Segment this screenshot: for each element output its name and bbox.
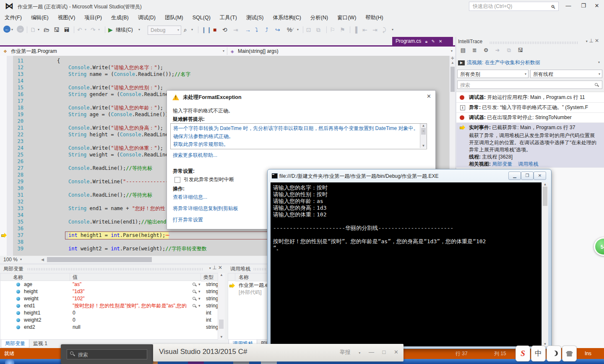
open-file-button[interactable]: 🗁: [44, 26, 49, 34]
scrollbar-splitter-icon[interactable]: ✛: [450, 56, 456, 61]
find-dropdown[interactable]: ▾: [191, 26, 193, 34]
locals-tab-active[interactable]: 局部变量: [1, 340, 29, 348]
toolbar-overflow-dropdown[interactable]: ▾: [392, 26, 393, 34]
player-minimize-icon[interactable]: —: [369, 349, 374, 355]
stream-video-link[interactable]: 流视频: 在生产中收集和分析数据: [467, 60, 540, 65]
thread-filter-select[interactable]: 所有线程▾: [530, 70, 602, 78]
code-line[interactable]: 14: [0, 78, 449, 84]
stream-dropdown-icon[interactable]: ▾: [598, 58, 600, 67]
run-to-cursor-button[interactable]: ↪: [275, 26, 280, 34]
intellitrace-panel-buttons[interactable]: ▾ ⊥ ✕: [586, 38, 599, 44]
event-prev-button[interactable]: ⇤: [362, 26, 367, 34]
dialog-close-icon[interactable]: ✕: [427, 93, 431, 99]
menu-item[interactable]: 视图(V): [53, 13, 80, 23]
troubleshooting-tip-link[interactable]: 将一个字符串转换为 DateTime 时，先分析该字符串以获取日期，然后再将每个…: [173, 125, 418, 133]
navigate-back-dropdown[interactable]: ▾: [11, 26, 13, 34]
ime-skin-button[interactable]: [562, 346, 577, 361]
console-close-button[interactable]: ✕: [534, 172, 546, 180]
stop-button[interactable]: ■: [213, 26, 216, 34]
code-line[interactable]: 12Console.Write("请输入您的名字：");: [0, 64, 449, 71]
exception-action-link[interactable]: 将异常详细信息复制到剪贴板: [173, 205, 238, 212]
pause-button[interactable]: ❙❙: [201, 26, 212, 34]
console-window[interactable]: file:///D:/新建文件夹/作业第一题/作业第一题/bin/Debug/作…: [267, 169, 552, 349]
intellitrace-event-row[interactable]: 实时事件: 已截获异常: Main，Program.cs 行 37截获了异常，调…: [456, 123, 604, 168]
magnifier-dropdown-icon[interactable]: ▾: [198, 295, 200, 302]
menu-item[interactable]: SQL(Q): [188, 13, 215, 23]
zoom-dropdown-icon[interactable]: ▾: [20, 256, 22, 263]
related-view-link[interactable]: 调用堆栈: [518, 161, 538, 167]
locals-row[interactable]: weight20int: [0, 317, 218, 324]
solution-config-select[interactable]: Debug ▾: [148, 26, 181, 35]
step-out-button[interactable]: ⤴: [265, 26, 268, 34]
category-filter-select[interactable]: 所有类别▾: [457, 70, 528, 78]
menu-item[interactable]: 窗口(W): [333, 13, 361, 23]
menu-item[interactable]: 测试(S): [242, 13, 268, 23]
locals-row[interactable]: end1"按时您好！您的性别是"按时", 您的年龄是"as",您的▾string: [0, 302, 218, 309]
redo-dropdown[interactable]: ▾: [98, 26, 100, 34]
tab-program-cs[interactable]: Program.cs 🔒︎ ✎ ✕: [392, 37, 453, 45]
flag-button[interactable]: ⚐: [330, 26, 335, 34]
troubleshooting-tip-link[interactable]: 获取此异常的常规帮助。: [173, 140, 229, 148]
intellitrace-search-input[interactable]: 搜索: [457, 81, 602, 89]
menu-item[interactable]: 体系结构(C): [268, 13, 305, 23]
calls-view-icon[interactable]: ≣: [469, 47, 479, 53]
restart-button[interactable]: ⟲: [222, 26, 227, 34]
locals-tab-inactive[interactable]: 监视 1: [29, 340, 51, 348]
save-button[interactable]: 🖫︎: [54, 26, 60, 34]
close-button[interactable]: ✕: [591, 3, 603, 9]
scroll-up-icon[interactable]: ▲: [450, 61, 456, 65]
report-dropdown-icon[interactable]: ▾: [359, 351, 360, 355]
player-maximize-icon[interactable]: □: [383, 349, 386, 355]
minimize-button[interactable]: —: [562, 3, 575, 9]
menu-item[interactable]: 分析(N): [306, 13, 333, 23]
continue-dropdown[interactable]: ▾: [138, 26, 140, 34]
unflag-button[interactable]: ⚑: [340, 26, 345, 34]
related-view-link[interactable]: 局部变量: [492, 161, 512, 167]
zoom-level-select[interactable]: 100 %: [3, 256, 18, 263]
hscroll-left-icon[interactable]: ◀: [41, 256, 44, 263]
save-all-button[interactable]: 🖬: [64, 26, 70, 34]
step-into-button[interactable]: ⤵: [255, 26, 258, 34]
menu-item[interactable]: 团队(M): [160, 13, 188, 23]
locals-col-value[interactable]: 值: [70, 273, 201, 281]
menu-item[interactable]: 生成(B): [107, 13, 133, 23]
event-next-button[interactable]: ⇥: [372, 26, 378, 34]
settings-gear-icon[interactable]: ⚙: [481, 47, 491, 53]
continue-icon[interactable]: ▶: [108, 26, 113, 34]
locals-scrollbar[interactable]: ▲▼: [218, 273, 225, 340]
code-line[interactable]: 11{: [0, 57, 449, 64]
menu-item[interactable]: 文件(F): [0, 13, 26, 23]
event-last-button[interactable]: ⤸: [383, 26, 386, 34]
hex-toggle-button[interactable]: %∕: [287, 26, 293, 34]
menu-item[interactable]: 帮助(H): [361, 13, 388, 23]
overlay-search-input[interactable]: 搜索: [67, 349, 147, 359]
breakpoints-window-button[interactable]: ⊡: [306, 26, 311, 34]
undo-button[interactable]: ↶: [77, 26, 82, 34]
save-log-icon[interactable]: 🖫︎: [515, 47, 526, 53]
events-view-icon[interactable]: ▤: [458, 47, 468, 53]
player-close-icon[interactable]: ✕: [394, 349, 398, 355]
intellitrace-event-row[interactable]: 调试器: 开始运行应用程序: Main，Program.cs 行 11: [456, 93, 604, 103]
console-restore-button[interactable]: ❐: [521, 172, 534, 180]
navigate-back-button[interactable]: ←: [3, 26, 10, 33]
new-item-button[interactable]: 🗋: [30, 26, 36, 34]
frame-prev-button[interactable]: ▐: [353, 26, 357, 34]
ime-night-mode-button[interactable]: [547, 346, 561, 361]
show-next-statement-button[interactable]: ⇥: [233, 26, 238, 34]
intellitrace-event-row[interactable]: 调试器: 已在出现异常时停止: StringToNumber: [456, 113, 604, 123]
find-in-files-icon[interactable]: ⌕: [184, 26, 187, 34]
scrollbar-thumb[interactable]: [450, 67, 455, 92]
magnifier-icon[interactable]: [193, 297, 196, 301]
console-minimize-button[interactable]: ▁: [508, 172, 521, 180]
tab-close-icon[interactable]: ✕: [439, 39, 442, 44]
stream-video-row[interactable]: ▶流视频: 在生产中收集和分析数据 ▾: [458, 58, 602, 67]
step-over-button[interactable]: →: [245, 26, 251, 34]
locals-col-name[interactable]: 名称: [0, 273, 70, 281]
ime-language-button[interactable]: 中: [531, 346, 546, 361]
menu-item[interactable]: 工具(T): [215, 13, 242, 23]
locals-row[interactable]: end2nullstring: [0, 324, 218, 331]
locals-row[interactable]: weight"102"▾string: [0, 295, 218, 302]
undo-dropdown[interactable]: ▾: [85, 26, 86, 34]
locals-row[interactable]: height"1d3"▾string: [0, 288, 218, 295]
tips-scrollbar[interactable]: ▲≡▼: [420, 124, 427, 148]
